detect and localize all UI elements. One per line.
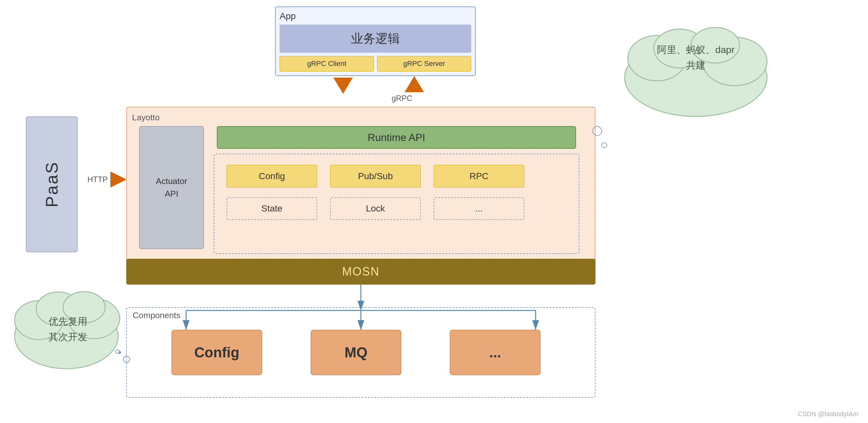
grpc-row: gRPC Client gRPC Server [280, 56, 471, 71]
api-lock-box: Lock [330, 197, 421, 220]
watermark: CSDN @NobodyIAm [798, 411, 858, 418]
grpc-label: gRPC [392, 94, 412, 103]
http-arrow: HTTP [87, 171, 127, 188]
mosn-text: MOSN [342, 265, 380, 279]
arrow-up-icon [405, 76, 424, 92]
api-pubsub-box: Pub/Sub [330, 165, 421, 188]
deco-circle-3 [123, 356, 130, 363]
grpc-client-box: gRPC Client [280, 56, 374, 71]
mosn-box: MOSN [126, 259, 595, 285]
runtime-api-box: Runtime API [217, 126, 576, 149]
app-title: App [280, 11, 471, 21]
runtime-api-text: Runtime API [368, 132, 425, 143]
actuator-api-text: ActuatorAPI [156, 175, 187, 200]
app-box: App 业务逻辑 gRPC Client gRPC Server [275, 6, 476, 76]
arrow-up-shape [405, 76, 424, 92]
api-state-box: State [226, 197, 317, 220]
api-rpc-box: RPC [434, 165, 524, 188]
left-cloud-text: 优先复用 其次开发 [10, 314, 126, 345]
deco-circle-1 [592, 126, 602, 136]
right-cloud-svg [615, 26, 777, 129]
diagram-container: App 业务逻辑 gRPC Client gRPC Server gRPC HT… [0, 0, 868, 423]
actuator-api-box: ActuatorAPI [139, 126, 204, 249]
api-config-box: Config [226, 165, 317, 188]
arrow-down-icon [333, 77, 353, 94]
http-arrow-shape [111, 171, 127, 188]
mosn-arrows-svg [126, 285, 595, 343]
business-logic-box: 业务逻辑 [280, 25, 471, 53]
arrow-down-shape [333, 77, 353, 94]
layotto-label: Layotto [132, 112, 590, 123]
paas-text: PaaS [42, 161, 61, 207]
http-label: HTTP [87, 175, 108, 184]
grpc-server-box: gRPC Server [377, 56, 471, 71]
deco-dot [119, 351, 121, 354]
paas-box: PaaS [26, 117, 78, 252]
right-cloud-text: 阿里、蚂蚁、dapr 共建 [628, 42, 764, 73]
deco-circle-2 [601, 142, 607, 148]
api-more-box: ... [434, 197, 524, 220]
